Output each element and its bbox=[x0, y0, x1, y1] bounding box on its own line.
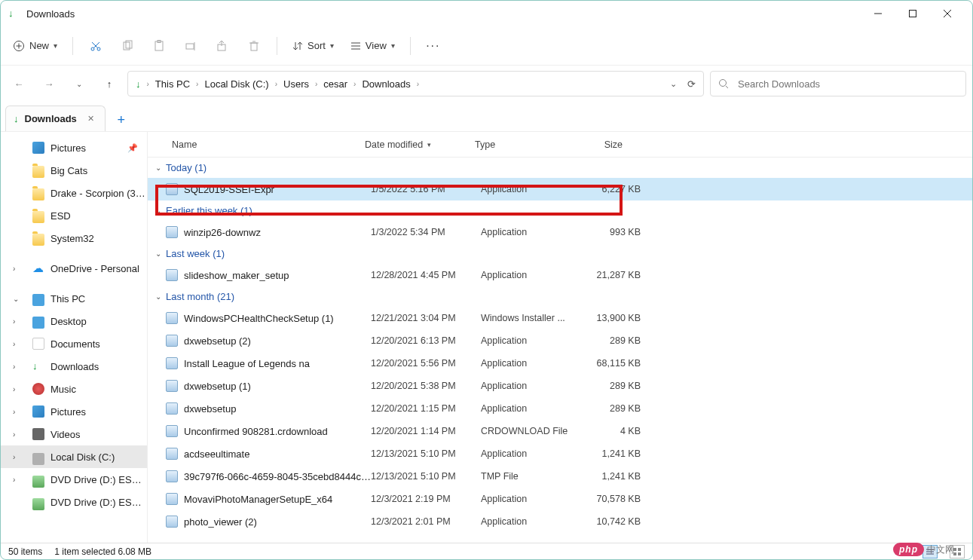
share-button[interactable] bbox=[209, 32, 236, 60]
group-header[interactable]: ⌄Today (1) bbox=[148, 158, 972, 178]
sidebar-item-music[interactable]: ›Music bbox=[1, 378, 147, 400]
chevron-right-icon: › bbox=[13, 385, 15, 393]
group-header[interactable]: ⌄Last week (1) bbox=[148, 243, 972, 264]
file-date: 12/13/2021 5:10 PM bbox=[371, 448, 481, 459]
file-icon bbox=[166, 493, 178, 505]
tab-downloads[interactable]: ↓ Downloads ✕ bbox=[5, 106, 106, 131]
sidebar-item-documents[interactable]: ›Documents bbox=[1, 332, 147, 355]
refresh-button[interactable]: ⟳ bbox=[687, 78, 696, 90]
forward-button[interactable]: → bbox=[37, 72, 61, 96]
sidebar-item-label: Big Cats bbox=[50, 165, 87, 176]
up-button[interactable]: ↑ bbox=[97, 72, 121, 96]
file-type: TMP File bbox=[481, 471, 571, 482]
sidebar-item-drake[interactable]: Drake - Scorpion (320) bbox=[1, 182, 147, 204]
col-type[interactable]: Type bbox=[469, 139, 559, 150]
sidebar-item-system32[interactable]: System32 bbox=[1, 227, 147, 249]
file-type: Application bbox=[481, 403, 571, 414]
file-date: 12/20/2021 1:15 PM bbox=[371, 403, 481, 414]
command-bar: New ▾ Sort ▾ View ▾ ··· bbox=[1, 26, 972, 66]
file-icon bbox=[166, 357, 178, 369]
view-button[interactable]: View ▾ bbox=[344, 32, 401, 60]
breadcrumb-item[interactable]: Users bbox=[283, 78, 309, 90]
add-tab-button[interactable]: + bbox=[110, 109, 133, 131]
file-row[interactable]: SQL2019-SSEI-Expr 1/5/2022 5:16 PM Appli… bbox=[148, 178, 972, 200]
file-list[interactable]: Name Date modified▾ Type Size ⌄Today (1)… bbox=[148, 132, 972, 543]
file-name: winzip26-downwz bbox=[184, 227, 371, 238]
file-size: 68,115 KB bbox=[571, 358, 641, 369]
breadcrumb-item[interactable]: Downloads bbox=[362, 78, 410, 90]
file-size: 6,227 KB bbox=[571, 184, 641, 194]
col-size[interactable]: Size bbox=[559, 139, 629, 150]
divider bbox=[277, 37, 277, 55]
file-size: 289 KB bbox=[571, 335, 641, 346]
chevron-down-icon: ⌄ bbox=[13, 295, 19, 303]
group-header[interactable]: ⌄Last month (21) bbox=[148, 286, 972, 307]
sidebar-item-localdisk[interactable]: ›Local Disk (C:) bbox=[1, 445, 147, 468]
file-type: Windows Installer ... bbox=[481, 313, 571, 323]
file-icon bbox=[166, 402, 178, 415]
sidebar-item-desktop[interactable]: ›Desktop bbox=[1, 310, 147, 332]
cut-button[interactable] bbox=[82, 32, 109, 60]
copy-button[interactable] bbox=[114, 32, 141, 60]
sort-button[interactable]: Sort ▾ bbox=[286, 32, 340, 60]
file-row[interactable]: winzip26-downwz 1/3/2022 5:34 PM Applica… bbox=[148, 221, 972, 243]
status-items: 50 items bbox=[8, 546, 42, 557]
breadcrumb[interactable]: ↓ › This PC › Local Disk (C:) › Users › … bbox=[127, 71, 704, 96]
recent-button[interactable]: ⌄ bbox=[67, 72, 91, 96]
file-row[interactable]: acdseeultimate 12/13/2021 5:10 PM Applic… bbox=[148, 442, 972, 465]
group-header[interactable]: ⌄Earlier this week (1) bbox=[148, 200, 972, 221]
sidebar-item-label: Documents bbox=[50, 338, 100, 350]
file-row[interactable]: photo_viewer (2) 12/3/2021 2:01 PM Appli… bbox=[148, 510, 972, 533]
sidebar-item-videos[interactable]: ›Videos bbox=[1, 423, 147, 445]
file-size: 21,287 KB bbox=[571, 270, 641, 280]
col-date[interactable]: Date modified▾ bbox=[359, 139, 469, 150]
sidebar-item-dvd2[interactable]: DVD Drive (D:) ESD-ISO bbox=[1, 491, 147, 513]
sidebar-item-thispc[interactable]: ⌄This PC bbox=[1, 287, 147, 310]
svg-point-24 bbox=[720, 80, 727, 87]
sidebar-item-pictures[interactable]: Pictures📌 bbox=[1, 136, 147, 159]
search-input[interactable] bbox=[736, 78, 958, 90]
back-button[interactable]: ← bbox=[7, 72, 31, 96]
sidebar-item-esd[interactable]: ESD bbox=[1, 204, 147, 227]
close-icon[interactable]: ✕ bbox=[87, 114, 94, 124]
file-row[interactable]: slideshow_maker_setup 12/28/2021 4:45 PM… bbox=[148, 264, 972, 286]
file-icon bbox=[166, 335, 178, 347]
new-button[interactable]: New ▾ bbox=[7, 32, 63, 60]
sidebar-item-label: Music bbox=[50, 384, 76, 395]
file-row[interactable]: Unconfirmed 908281.crdownload 12/20/2021… bbox=[148, 420, 972, 442]
music-icon bbox=[32, 383, 44, 395]
search-box[interactable] bbox=[710, 71, 966, 96]
file-row[interactable]: Install League of Legends na 12/20/2021 … bbox=[148, 352, 972, 375]
file-row[interactable]: MovaviPhotoManagerSetupE_x64 12/3/2021 2… bbox=[148, 488, 972, 510]
close-button[interactable] bbox=[930, 2, 965, 26]
file-row[interactable]: dxwebsetup 12/20/2021 1:15 PM Applicatio… bbox=[148, 397, 972, 420]
videos-icon bbox=[32, 428, 44, 440]
maximize-button[interactable] bbox=[895, 2, 930, 26]
file-row[interactable]: WindowsPCHealthCheckSetup (1) 12/21/2021… bbox=[148, 307, 972, 329]
file-row[interactable]: dxwebsetup (2) 12/20/2021 6:13 PM Applic… bbox=[148, 329, 972, 352]
file-row[interactable]: dxwebsetup (1) 12/20/2021 5:38 PM Applic… bbox=[148, 375, 972, 397]
sidebar-item-pictures2[interactable]: ›Pictures bbox=[1, 400, 147, 423]
breadcrumb-item[interactable]: Local Disk (C:) bbox=[204, 78, 268, 90]
file-row[interactable]: 39c797f6-066c-4659-8045-35cebd8444c1....… bbox=[148, 465, 972, 488]
col-name[interactable]: Name bbox=[166, 139, 359, 150]
breadcrumb-item[interactable]: This PC bbox=[155, 78, 190, 90]
sidebar-item-bigcats[interactable]: Big Cats bbox=[1, 159, 147, 182]
sidebar-item-downloads[interactable]: ›↓Downloads bbox=[1, 355, 147, 378]
file-size: 4 KB bbox=[571, 426, 641, 436]
paste-button[interactable] bbox=[145, 32, 173, 60]
history-chevron-icon[interactable]: ⌄ bbox=[670, 79, 677, 89]
rename-button[interactable] bbox=[177, 32, 204, 60]
chevron-right-icon: › bbox=[13, 340, 15, 348]
delete-button[interactable] bbox=[240, 32, 268, 60]
breadcrumb-item[interactable]: cesar bbox=[323, 78, 347, 90]
content-pane: Name Date modified▾ Type Size ⌄Today (1)… bbox=[148, 132, 972, 543]
sidebar-item-onedrive[interactable]: ›☁OneDrive - Personal bbox=[1, 257, 147, 280]
chevron-right-icon: › bbox=[13, 317, 15, 326]
chevron-right-icon: › bbox=[13, 265, 15, 273]
trash-icon bbox=[248, 40, 260, 52]
minimize-button[interactable] bbox=[861, 2, 895, 26]
file-date: 12/3/2021 2:19 PM bbox=[371, 494, 481, 504]
more-button[interactable]: ··· bbox=[420, 32, 447, 60]
sidebar-item-dvd1[interactable]: ›DVD Drive (D:) ESD-ISO bbox=[1, 468, 147, 491]
